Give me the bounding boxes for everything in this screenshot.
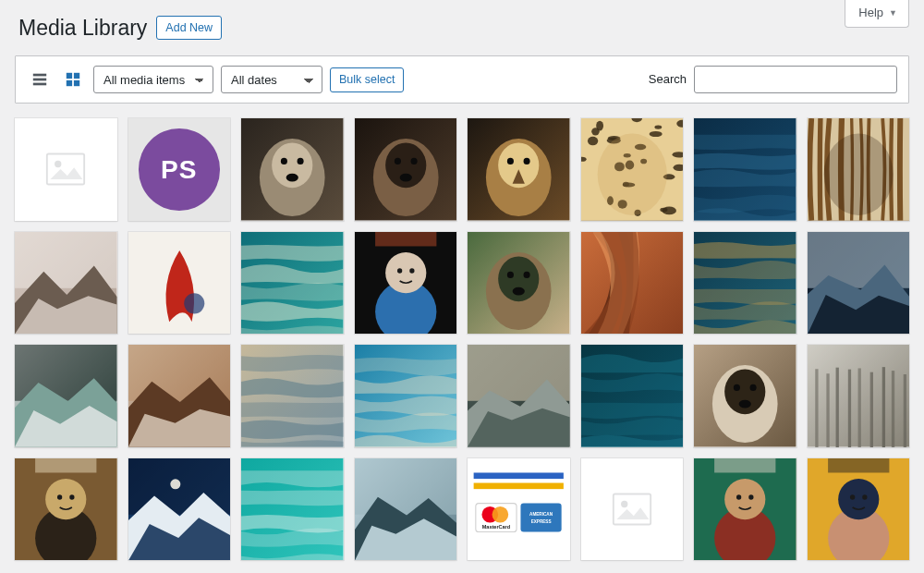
- svg-point-76: [507, 272, 514, 278]
- media-grid: PS: [0, 104, 924, 560]
- media-item-red-splash-art[interactable]: [128, 232, 231, 335]
- media-item-monkey[interactable]: [694, 345, 796, 447]
- svg-rect-7: [47, 154, 84, 185]
- media-item-antelope-canyon[interactable]: [581, 232, 684, 335]
- svg-point-156: [838, 479, 879, 519]
- ps-badge: PS: [139, 128, 220, 210]
- svg-point-150: [736, 494, 741, 499]
- svg-point-158: [862, 494, 867, 499]
- svg-rect-6: [74, 80, 79, 86]
- svg-point-14: [286, 174, 298, 182]
- svg-text:EXPRESS: EXPRESS: [531, 518, 552, 523]
- media-item-man-cap[interactable]: [808, 458, 910, 561]
- media-item-ocean-swimmer-1[interactable]: [694, 118, 796, 221]
- media-item-beach-aerial[interactable]: [355, 345, 457, 447]
- svg-rect-152: [714, 458, 775, 472]
- media-item-aerial-coast[interactable]: [241, 232, 344, 335]
- svg-point-12: [281, 158, 287, 165]
- svg-point-64: [184, 293, 204, 313]
- svg-point-8: [55, 161, 61, 167]
- svg-rect-144: [614, 494, 650, 524]
- media-item-sea-snake[interactable]: [694, 232, 796, 335]
- media-item-misty-elk[interactable]: [15, 232, 117, 335]
- media-item-braided-river[interactable]: [241, 345, 344, 447]
- svg-text:AMERICAN: AMERICAN: [529, 512, 553, 517]
- page-title: Media Library: [18, 13, 147, 43]
- svg-point-128: [170, 479, 180, 489]
- svg-point-149: [724, 479, 765, 519]
- svg-rect-131: [355, 458, 457, 515]
- chevron-down-icon: ▼: [889, 7, 897, 19]
- svg-point-19: [410, 158, 417, 165]
- svg-point-43: [591, 128, 600, 135]
- media-item-wolf-snarl[interactable]: [241, 118, 344, 221]
- svg-rect-3: [67, 73, 72, 79]
- search-group: Search: [649, 66, 897, 93]
- svg-point-78: [513, 286, 525, 295]
- media-item-eagle[interactable]: [468, 118, 570, 221]
- svg-point-71: [409, 268, 414, 273]
- svg-rect-141: [520, 503, 561, 531]
- svg-point-18: [394, 158, 400, 165]
- svg-rect-4: [74, 73, 79, 79]
- media-item-bear-portrait[interactable]: [355, 118, 457, 221]
- media-item-placeholder[interactable]: [15, 118, 117, 221]
- svg-point-69: [385, 252, 426, 293]
- svg-point-45: [587, 137, 597, 146]
- svg-point-120: [45, 479, 86, 519]
- media-item-moonscape[interactable]: [808, 232, 910, 335]
- search-label: Search: [649, 71, 687, 88]
- svg-point-139: [492, 506, 509, 523]
- view-grid-button[interactable]: [60, 67, 86, 92]
- media-item-valley-vista[interactable]: [355, 458, 457, 561]
- media-toolbar: All media items All dates Bulk select Se…: [15, 55, 909, 104]
- media-item-foggy-forest[interactable]: [808, 345, 910, 447]
- media-item-deer[interactable]: [468, 232, 570, 335]
- svg-point-24: [507, 158, 514, 165]
- media-item-ocean-swimmer-2[interactable]: [581, 345, 684, 447]
- media-item-woman-green-coat[interactable]: [694, 458, 796, 561]
- svg-point-13: [298, 158, 304, 165]
- svg-rect-159: [828, 458, 889, 472]
- svg-point-145: [621, 501, 627, 507]
- svg-point-70: [396, 268, 401, 273]
- filter-media-type[interactable]: All media items: [93, 66, 213, 93]
- media-item-zebra[interactable]: [808, 118, 910, 221]
- svg-point-151: [748, 494, 753, 499]
- media-item-butterfly-eye[interactable]: [15, 458, 117, 561]
- svg-rect-72: [375, 232, 436, 246]
- help-label: Help: [858, 5, 883, 21]
- svg-rect-135: [474, 472, 564, 479]
- svg-rect-116: [808, 345, 910, 447]
- add-new-button[interactable]: Add New: [156, 16, 222, 41]
- filter-date[interactable]: All dates: [221, 66, 322, 93]
- svg-text:MasterCard: MasterCard: [482, 524, 510, 530]
- svg-rect-2: [33, 83, 46, 86]
- media-item-payment-cards[interactable]: MasterCard AMERICAN EXPRESS: [468, 458, 570, 561]
- media-item-leopard[interactable]: [581, 118, 684, 221]
- view-list-button[interactable]: [27, 67, 53, 92]
- svg-point-121: [57, 494, 62, 499]
- media-item-alpine-lake[interactable]: [15, 345, 117, 447]
- search-input[interactable]: [694, 66, 897, 93]
- media-item-desert-buttes[interactable]: [128, 345, 231, 447]
- media-item-placeholder[interactable]: [581, 458, 684, 561]
- svg-point-104: [750, 384, 757, 391]
- svg-rect-123: [35, 458, 96, 472]
- svg-point-105: [739, 400, 751, 408]
- media-item-ps-badge[interactable]: PS: [128, 118, 231, 221]
- media-item-mountain-cabin[interactable]: [468, 345, 570, 447]
- media-item-lighthouse-night[interactable]: [128, 458, 231, 561]
- svg-point-103: [734, 384, 740, 391]
- bulk-select-button[interactable]: Bulk select: [330, 67, 404, 92]
- media-item-face-paint[interactable]: [355, 232, 457, 335]
- svg-rect-136: [474, 482, 564, 489]
- svg-point-57: [823, 134, 893, 215]
- svg-rect-0: [33, 74, 46, 77]
- media-item-turquoise-pier[interactable]: [241, 458, 344, 561]
- svg-point-20: [399, 174, 411, 182]
- list-icon: [31, 71, 48, 88]
- page-heading: Media Library Add New: [0, 0, 924, 50]
- help-tab[interactable]: Help ▼: [845, 0, 909, 28]
- svg-point-77: [524, 272, 530, 278]
